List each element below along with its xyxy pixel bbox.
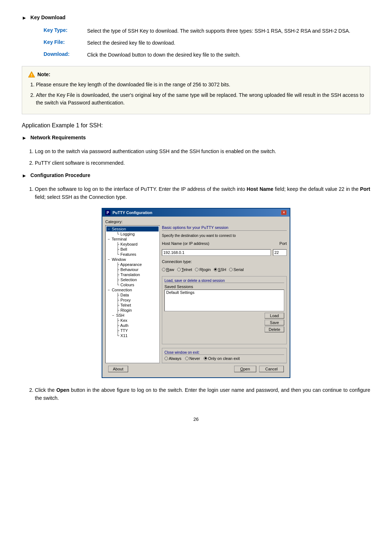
tree-window[interactable]: − Window [106, 257, 159, 262]
note-list: Please ensure the key length of the down… [28, 81, 364, 107]
putty-app-icon: P [105, 210, 110, 215]
save-button[interactable]: Save [265, 320, 284, 325]
tree-features[interactable]: └ Features [106, 252, 159, 257]
note-title: Note: [37, 71, 50, 77]
field-desc-keytype: Select the type of SSH Key to download. … [87, 27, 350, 35]
note-box: ! Note: Please ensure the key length of … [22, 66, 370, 114]
tree-colours[interactable]: └ Colours [106, 282, 159, 287]
sessions-buttons: Load Save Delete [265, 313, 284, 332]
radio-serial-label: Serial [233, 267, 244, 272]
tree-ssh[interactable]: − SSH [106, 313, 159, 318]
field-label-keyfile: Key File: [44, 39, 87, 45]
tree-tty[interactable]: ├ TTY [106, 328, 159, 333]
config-item-1: Open the software to log on to the inter… [35, 185, 370, 201]
putty-close-button[interactable]: ✕ [281, 210, 287, 215]
warning-icon: ! [28, 71, 35, 78]
field-row-keyfile: Key File: Select the desired key file to… [44, 39, 370, 47]
radio-telnet[interactable]: Telnet [177, 267, 192, 272]
tree-selection[interactable]: ├ Selection [106, 277, 159, 282]
note-header: ! Note: [28, 71, 364, 78]
field-desc-keyfile: Select the desired key file to download. [87, 39, 175, 47]
key-download-section: ► Key Download [22, 15, 370, 21]
radio-telnet-label: Telnet [181, 267, 192, 272]
radio-rlogin[interactable]: Rlogin [195, 267, 211, 272]
delete-button[interactable]: Delete [265, 327, 284, 332]
sessions-buttons-row: Load Save Delete [164, 313, 284, 332]
port-label: Port [279, 241, 287, 246]
config-item-2-list: Click the Open button in the above figur… [22, 386, 370, 402]
radio-always-btn[interactable] [164, 357, 168, 360]
network-items-list: Log on to the switch via password authen… [22, 147, 370, 167]
radio-ssh[interactable]: SSH [214, 267, 226, 272]
radio-raw-btn[interactable] [162, 268, 166, 271]
bullet-arrow: ► [22, 15, 27, 21]
radio-serial[interactable]: Serial [229, 267, 244, 272]
open-button[interactable]: Open [234, 366, 256, 372]
tree-rlogin[interactable]: ├ Rlogin [106, 308, 159, 313]
radio-never-btn[interactable] [185, 357, 189, 360]
putty-dialog-wrapper: P PuTTY Configuration ✕ Category: − Sess… [22, 208, 370, 378]
tree-logging[interactable]: └ Logging [106, 231, 159, 237]
bullet-arrow-cfg: ► [22, 173, 27, 178]
radio-clean-exit-label: Only on clean exit [208, 356, 240, 361]
tree-x11[interactable]: └ X11 [106, 333, 159, 338]
tree-auth[interactable]: ├ Auth [106, 323, 159, 328]
config-proc-title: Configuration Procedure [30, 172, 90, 178]
connection-type-row: Raw Telnet Rlogin SSH [162, 267, 287, 272]
note-item-1: Please ensure the key length of the down… [36, 81, 364, 89]
tree-connection[interactable]: − Connection [106, 287, 159, 292]
default-session-item[interactable]: Default Settings [165, 290, 284, 295]
putty-title-text: PuTTY Configuration [113, 210, 152, 215]
about-button[interactable]: About [108, 366, 128, 372]
bullet-arrow-net: ► [22, 135, 27, 141]
putty-tree[interactable]: − Session └ Logging − Terminal ├ Keyboar… [105, 225, 160, 363]
tree-terminal[interactable]: − Terminal [106, 237, 159, 242]
radio-rlogin-btn[interactable] [195, 268, 199, 271]
tree-appearance[interactable]: ├ Appearance [106, 262, 159, 267]
putty-category-label: Category: [105, 219, 287, 224]
radio-raw-label: Raw [166, 267, 174, 272]
tree-proxy[interactable]: ├ Proxy [106, 297, 159, 303]
putty-body: Category: − Session └ Logging − Terminal… [102, 217, 290, 377]
field-row-download: Download: Click the Download button to d… [44, 51, 370, 59]
host-port-input-row [162, 249, 287, 256]
radio-clean-exit[interactable]: Only on clean exit [204, 356, 240, 361]
radio-never-label: Never [189, 356, 200, 361]
tree-bell[interactable]: ├ Bell [106, 247, 159, 252]
cancel-button[interactable]: Cancel [259, 366, 284, 372]
tree-kex[interactable]: ├ Kex [106, 318, 159, 323]
tree-behaviour[interactable]: ├ Behaviour [106, 267, 159, 272]
radio-always-label: Always [169, 356, 181, 361]
radio-serial-btn[interactable] [229, 268, 233, 271]
radio-always[interactable]: Always [164, 356, 181, 361]
putty-titlebar: P PuTTY Configuration ✕ [102, 209, 290, 217]
tree-keyboard[interactable]: ├ Keyboard [106, 242, 159, 247]
connection-type-label: Connection type: [162, 259, 287, 264]
network-req-section: ► Network Requirements [22, 135, 370, 141]
saved-sessions-label: Saved Sessions [164, 284, 284, 289]
network-req-title: Network Requirements [30, 135, 86, 140]
host-port-row: Host Name (or IP address) Port [162, 241, 287, 246]
close-exit-title: Close window on exit: [164, 350, 284, 355]
tree-telnet[interactable]: ├ Telnet [106, 303, 159, 308]
svg-text:P: P [107, 211, 109, 215]
page-number: 26 [22, 416, 370, 422]
radio-telnet-btn[interactable] [177, 268, 181, 271]
load-button[interactable]: Load [265, 313, 284, 319]
radio-ssh-btn[interactable] [214, 268, 217, 271]
tree-data[interactable]: ├ Data [106, 292, 159, 297]
host-name-input[interactable] [162, 249, 271, 256]
radio-clean-exit-btn[interactable] [204, 357, 207, 360]
radio-never[interactable]: Never [185, 356, 200, 361]
putty-dialog[interactable]: P PuTTY Configuration ✕ Category: − Sess… [102, 208, 290, 378]
sessions-list[interactable]: Default Settings [164, 290, 284, 311]
host-name-label: Host Name (or IP address) [162, 241, 209, 246]
port-input[interactable] [273, 249, 287, 256]
close-exit-section: Close window on exit: Always Never [162, 348, 287, 363]
tree-translation[interactable]: ├ Translation [106, 272, 159, 277]
network-item-2: PuTTY client software is recommended. [35, 159, 370, 167]
tree-session[interactable]: − Session [106, 226, 159, 231]
radio-raw[interactable]: Raw [162, 267, 174, 272]
config-proc-section: ► Configuration Procedure [22, 172, 370, 178]
note-item-2: After the Key File is downloaded, the us… [36, 91, 364, 107]
